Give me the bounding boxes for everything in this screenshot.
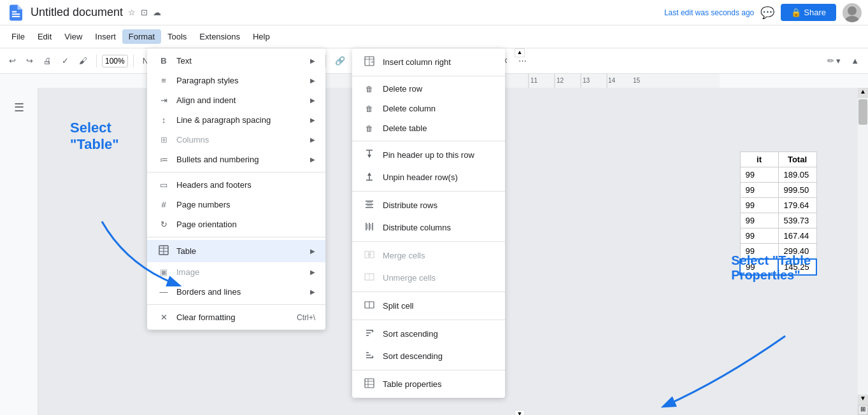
svg-text:12: 12 xyxy=(557,77,564,84)
delete-row-icon: 🗑 xyxy=(362,85,376,94)
avatar[interactable] xyxy=(843,3,862,22)
page-numbers-icon: # xyxy=(157,200,170,209)
borders-icon: — xyxy=(157,287,170,297)
format-menu-borders[interactable]: — Borders and lines ▶ xyxy=(147,282,325,302)
format-menu-bullets[interactable]: ≔ Bullets and numbering ▶ xyxy=(147,150,325,169)
svg-rect-1 xyxy=(12,13,20,15)
scroll-thumb[interactable] xyxy=(858,99,867,125)
distribute-cols-icon xyxy=(362,222,376,234)
lock-icon: 🔒 xyxy=(791,8,801,17)
text-icon: B xyxy=(157,56,170,66)
doc-outline-icon[interactable]: ☰ xyxy=(14,101,24,115)
table-row: 99167.44 xyxy=(740,229,816,244)
format-menu-spacing[interactable]: ↕ Line & paragraph spacing ▶ xyxy=(147,110,325,130)
format-menu-text[interactable]: B Text ▶ xyxy=(147,51,325,71)
menu-edit[interactable]: Edit xyxy=(31,29,58,44)
spell-check-button[interactable]: ✓ xyxy=(58,53,73,68)
submenu-divider-3 xyxy=(352,191,505,192)
format-menu-table[interactable]: Table ▶ xyxy=(147,240,325,262)
right-scrollbar[interactable]: ▲ ▼ ⊞ xyxy=(858,88,868,415)
star-icon[interactable]: ☆ xyxy=(128,8,136,17)
menu-file[interactable]: File xyxy=(5,29,31,44)
submenu-insert-col-right[interactable]: + Insert column right xyxy=(352,51,505,73)
title-bar: Untitled document ☆ ⊡ ☁ Last edit was se… xyxy=(0,0,868,25)
table-row: 99999.50 xyxy=(740,183,816,198)
submenu-divider-7 xyxy=(352,370,505,370)
menu-help[interactable]: Help xyxy=(246,29,276,44)
submenu-delete-table[interactable]: 🗑 Delete table xyxy=(352,118,505,138)
format-menu-page-numbers[interactable]: # Page numbers xyxy=(147,195,325,215)
format-menu-headers[interactable]: ▭ Headers and footers xyxy=(147,175,325,195)
svg-marker-28 xyxy=(367,155,371,158)
table-properties-icon xyxy=(362,378,376,390)
title-right: Last edit was seconds ago 💬 🔒 Share xyxy=(664,3,862,22)
menu-tools[interactable]: Tools xyxy=(161,29,193,44)
doc-title[interactable]: Untitled document xyxy=(31,6,123,19)
submenu-distribute-cols[interactable]: Distribute columns xyxy=(352,216,505,239)
submenu-divider-2 xyxy=(352,141,505,141)
format-menu-clear-formatting[interactable]: ✕ Clear formatting Ctrl+\ xyxy=(147,307,325,327)
submenu-split-cell[interactable]: Split cell xyxy=(352,295,505,317)
submenu-delete-col[interactable]: 🗑 Delete column xyxy=(352,99,505,118)
submenu-scroll-up[interactable]: ▲ xyxy=(515,48,525,57)
svg-text:11: 11 xyxy=(530,77,538,84)
submenu-divider-4 xyxy=(352,241,505,242)
menu-format[interactable]: Format xyxy=(122,29,161,44)
bullets-icon: ≔ xyxy=(157,155,170,164)
share-button[interactable]: 🔒 Share xyxy=(781,4,836,21)
menu-view[interactable]: View xyxy=(58,29,89,44)
clear-format-icon: ✕ xyxy=(157,313,170,322)
arrow-to-properties xyxy=(626,330,817,415)
submenu-unpin-header[interactable]: Unpin header row(s) xyxy=(352,166,505,188)
submenu-merge-cells: Merge cells xyxy=(352,244,505,267)
folder-icon[interactable]: ⊡ xyxy=(141,8,148,17)
scroll-up-btn[interactable]: ▲ xyxy=(858,88,868,98)
editing-mode-btn[interactable]: ✏ ▾ xyxy=(823,53,845,68)
undo-button[interactable]: ↩ xyxy=(5,53,20,68)
table-row: 99299.40 xyxy=(740,244,816,260)
cloud-icon[interactable]: ☁ xyxy=(153,8,161,17)
comment-icon[interactable]: 💬 xyxy=(760,6,774,20)
svg-marker-31 xyxy=(367,172,371,176)
toolbar-divider xyxy=(96,55,97,67)
format-menu-align[interactable]: ⇥ Align and indent ▶ xyxy=(147,90,325,110)
submenu-sort-ascending[interactable]: Sort ascending xyxy=(352,323,505,345)
app-logo xyxy=(6,3,25,22)
expand-btn[interactable]: ⊞ xyxy=(858,405,868,415)
menu-extensions[interactable]: Extensions xyxy=(193,29,246,44)
toolbar-zoom[interactable]: 100% xyxy=(102,55,128,67)
submenu-pin-header[interactable]: Pin header up to this row xyxy=(352,144,505,166)
pin-header-icon xyxy=(362,149,376,161)
table-row: 99145.25 xyxy=(740,259,816,275)
submenu-table-properties[interactable]: Table properties xyxy=(352,373,505,395)
unmerge-cells-icon xyxy=(362,272,376,284)
scroll-down-btn[interactable]: ▼ xyxy=(858,395,868,405)
submenu-sort-descending[interactable]: Sort descending xyxy=(352,345,505,367)
table-icon xyxy=(157,245,170,257)
link-btn[interactable]: 🔗 xyxy=(331,53,349,68)
delete-table-icon: 🗑 xyxy=(362,124,376,133)
table-header-total: Total xyxy=(778,152,816,167)
redo-button[interactable]: ↪ xyxy=(22,53,37,68)
format-menu-page-orientation[interactable]: ↻ Page orientation xyxy=(147,215,325,234)
format-menu-columns[interactable]: ⊞ Columns ▶ xyxy=(147,130,325,150)
paint-format-button[interactable]: 🖌 xyxy=(75,53,91,68)
arrow-icon: ▶ xyxy=(310,57,315,64)
format-menu-image[interactable]: ▣ Image ▶ xyxy=(147,262,325,282)
collapse-toolbar-btn[interactable]: ▲ xyxy=(847,53,863,68)
headers-icon: ▭ xyxy=(157,180,170,190)
table-row: 99189.05 xyxy=(740,167,816,183)
submenu-distribute-rows[interactable]: Distribute rows xyxy=(352,194,505,216)
left-sidebar: ☰ xyxy=(0,88,38,415)
menu-insert[interactable]: Insert xyxy=(89,29,122,44)
toolbar-divider2 xyxy=(133,55,134,67)
svg-point-4 xyxy=(848,6,857,15)
table-submenu: + Insert column right 🗑 Delete row 🗑 Del… xyxy=(352,48,505,398)
columns-icon: ⊞ xyxy=(157,135,170,144)
print-button[interactable]: 🖨 xyxy=(39,53,55,68)
arrow-icon: ▶ xyxy=(310,156,315,163)
last-edit-text: Last edit was seconds ago xyxy=(664,8,754,17)
format-menu-paragraph-styles[interactable]: ≡ Paragraph styles ▶ xyxy=(147,71,325,90)
submenu-delete-row[interactable]: 🗑 Delete row xyxy=(352,79,505,99)
submenu-scroll-down[interactable]: ▼ xyxy=(515,410,525,415)
